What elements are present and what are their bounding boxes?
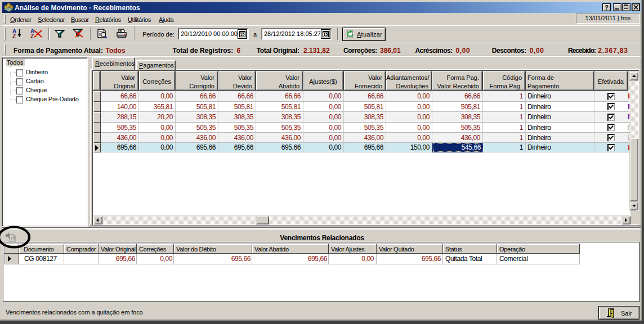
svg-text:15: 15 bbox=[240, 32, 244, 37]
svg-text:Z: Z bbox=[30, 33, 34, 39]
svg-text:Z: Z bbox=[12, 33, 16, 39]
svg-text:15: 15 bbox=[323, 32, 328, 37]
